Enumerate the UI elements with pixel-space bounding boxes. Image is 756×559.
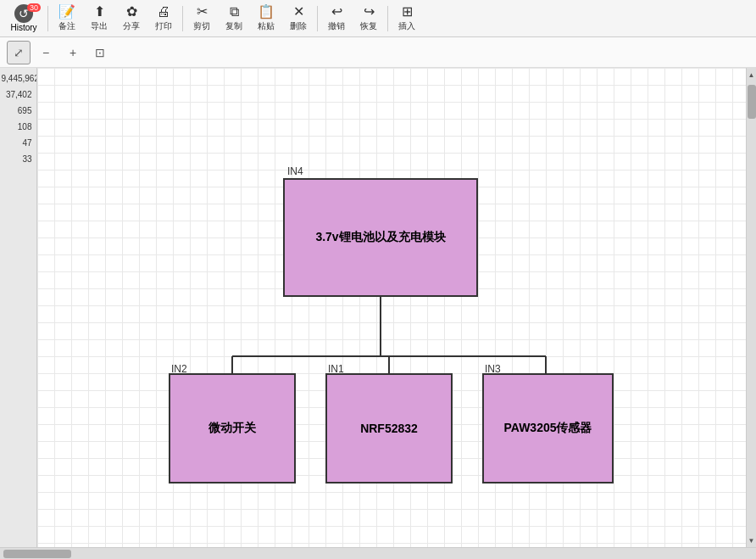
zoom-fit-icon: ⤢ [14,46,24,59]
delete-label: 删除 [290,20,307,32]
history-label: History [10,23,36,32]
diagram: IN4 3.7v锂电池以及充电模块 IN2 微动开关 IN1 NRF52832 … [37,68,746,547]
box3-text: PAW3205传感器 [504,421,592,436]
sidebar-num-2[interactable]: 37,402 [2,87,36,103]
scroll-up-arrow[interactable]: ▲ [747,68,757,81]
sidebar-num-1[interactable]: 9,445,962 [2,71,36,87]
redo-button[interactable]: ↪ 恢复 [353,2,384,36]
toolbar-separator2 [182,6,183,31]
sidebar-num-3[interactable]: 695 [2,103,36,119]
copy-icon: ⧉ [230,5,239,19]
scroll-down-arrow[interactable]: ▼ [747,534,757,547]
paste-icon: 📋 [258,5,275,19]
export-label: 导出 [91,20,108,32]
zoom-reset-icon: ⊡ [95,46,105,59]
note-icon: 📝 [58,5,75,19]
box1-text: 微动开关 [208,421,256,436]
secondary-toolbar: ⤢ − + ⊡ [0,37,756,68]
note-button[interactable]: 📝 备注 [52,2,82,36]
hscroll-thumb[interactable] [3,550,71,558]
zoom-fit-button[interactable]: ⤢ [7,41,31,64]
history-badge: 30 [27,3,41,12]
undo-label: 撤销 [328,20,345,32]
insert-icon: ⊞ [402,5,413,19]
main-toolbar: 30 History 📝 备注 ⬆ 导出 ✿ 分享 🖨 打印 ✂ 剪切 ⧉ 复制… [0,0,756,37]
print-button[interactable]: 🖨 打印 [148,2,179,36]
zoom-in-icon: + [69,46,76,59]
left-sidebar: 9,445,962 37,402 695 108 47 33 [0,68,37,547]
insert-button[interactable]: ⊞ 插入 [392,2,422,36]
top-box[interactable]: 3.7v锂电池以及充电模块 [283,178,478,297]
zoom-in-button[interactable]: + [61,41,85,64]
main-area: 9,445,962 37,402 695 108 47 33 IN4 3.7 [0,68,756,547]
toolbar-separator4 [387,6,388,31]
copy-label: 复制 [225,20,242,32]
toolbar-separator3 [317,6,318,31]
delete-icon: ✕ [293,5,304,19]
top-box-label: IN4 [287,165,303,177]
zoom-reset-button[interactable]: ⊡ [88,41,112,64]
horizontal-scrollbar[interactable] [0,547,756,559]
copy-button[interactable]: ⧉ 复制 [219,2,249,36]
export-icon: ⬆ [94,5,105,19]
redo-label: 恢复 [360,20,377,32]
paste-label: 粘贴 [258,20,275,32]
toolbar-separator [47,6,48,31]
note-label: 备注 [58,20,75,32]
share-icon: ✿ [126,5,137,19]
canvas-area[interactable]: IN4 3.7v锂电池以及充电模块 IN2 微动开关 IN1 NRF52832 … [37,68,746,547]
zoom-out-icon: − [42,46,49,59]
sidebar-num-6[interactable]: 33 [2,152,36,167]
zoom-out-button[interactable]: − [34,41,58,64]
undo-icon: ↩ [331,5,342,19]
delete-button[interactable]: ✕ 删除 [283,2,314,36]
paste-button[interactable]: 📋 粘贴 [251,2,281,36]
vertical-scrollbar[interactable]: ▲ ▼ [746,68,756,547]
bottom-box-2[interactable]: NRF52832 [325,373,453,484]
share-button[interactable]: ✿ 分享 [116,2,147,36]
cut-label: 剪切 [193,20,210,32]
bottom-box-3[interactable]: PAW3205传感器 [482,373,614,484]
history-button[interactable]: 30 History [3,2,44,36]
export-button[interactable]: ⬆ 导出 [84,2,114,36]
cut-icon: ✂ [197,5,208,19]
redo-icon: ↪ [364,5,375,19]
top-box-text: 3.7v锂电池以及充电模块 [315,230,445,245]
print-label: 打印 [155,20,172,32]
box2-text: NRF52832 [360,422,418,435]
bottom-box-1[interactable]: 微动开关 [169,373,296,484]
scroll-thumb[interactable] [748,85,756,119]
sidebar-num-5[interactable]: 47 [2,136,36,151]
sidebar-num-4[interactable]: 108 [2,120,36,135]
cut-button[interactable]: ✂ 剪切 [186,2,217,36]
print-icon: 🖨 [157,5,170,19]
share-label: 分享 [123,20,140,32]
insert-label: 插入 [398,20,415,32]
undo-button[interactable]: ↩ 撤销 [321,2,352,36]
